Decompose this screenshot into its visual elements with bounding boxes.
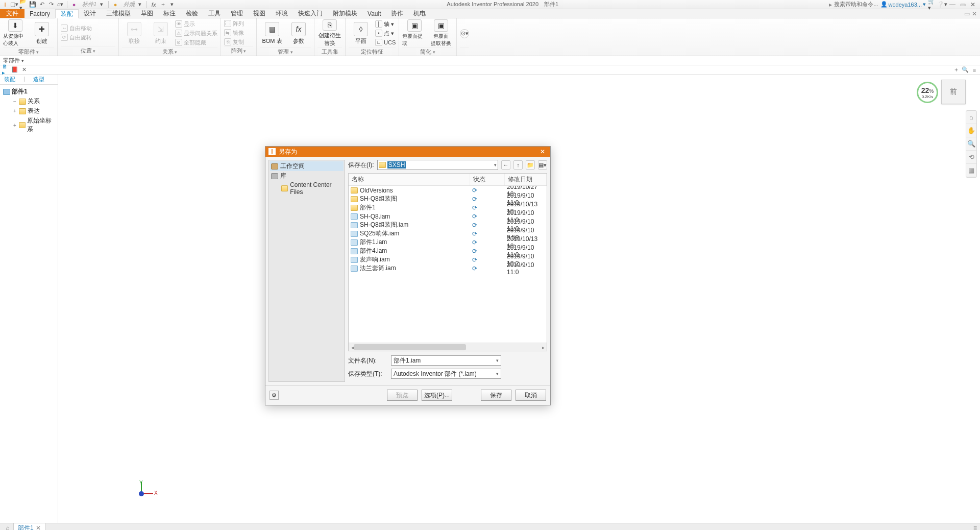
tab-8[interactable]: 管理 <box>226 9 248 18</box>
ribbon-settings-icon[interactable]: ⊙▾ <box>460 29 469 38</box>
save-button[interactable]: 保存 <box>481 390 511 401</box>
fx-icon[interactable]: fx <box>150 1 158 9</box>
panel-relations-title[interactable]: 关系 <box>162 49 178 55</box>
nav-zoom-icon[interactable]: 🔍 <box>966 137 976 151</box>
help-search[interactable]: 搜索帮助和命令... <box>834 1 878 8</box>
plus-icon[interactable]: ＋ <box>159 1 167 9</box>
new-folder-icon[interactable]: 📁 <box>526 160 535 170</box>
panel-manage-title[interactable]: 管理 <box>278 49 293 55</box>
nav-look-icon[interactable]: ▦ <box>966 164 976 177</box>
doc-home-icon[interactable]: ⌂ <box>2 524 13 531</box>
save-type-dropdown[interactable]: Autodesk Inventor 部件 (*.iam)▾ <box>391 369 501 379</box>
up-icon[interactable]: ↑ <box>513 160 523 170</box>
window-restore[interactable]: ▭ <box>959 1 967 8</box>
point-button[interactable]: •点 ▾ <box>375 29 396 37</box>
tree-node-origin[interactable]: +原始坐标系 <box>10 116 57 134</box>
browser-mode-icon[interactable]: 🗎▸ <box>2 66 9 74</box>
nav-orbit-icon[interactable]: ⟲ <box>966 151 976 164</box>
ucs-button[interactable]: ∟UCS <box>375 38 396 46</box>
tab-2[interactable]: 设计 <box>79 9 101 18</box>
config-icon[interactable]: ⚙ <box>270 391 279 400</box>
place-library[interactable]: 库 <box>270 171 344 181</box>
qat-appearance-search[interactable]: 外观 <box>124 1 135 8</box>
tree-root[interactable]: 部件1 <box>1 87 57 97</box>
tab-14[interactable]: 协作 <box>386 9 408 18</box>
place-ccf[interactable]: Content Center Files <box>270 181 344 196</box>
doc-tab-close-icon[interactable]: ✕ <box>36 524 41 530</box>
place-workspace[interactable]: 工作空间 <box>270 161 344 171</box>
graphics-canvas[interactable]: 前 22% 0.2K/s ⌂ ✋ 🔍 ⟲ ▦ Y X I 另存为 ✕ <box>58 75 980 523</box>
dialog-titlebar[interactable]: I 另存为 ✕ <box>265 147 550 157</box>
tab-9[interactable]: 视图 <box>248 9 271 18</box>
material-drop-icon[interactable]: ▾ <box>97 1 106 9</box>
panel-pattern-title[interactable]: 阵列 <box>231 47 247 54</box>
file-name-input[interactable]: 部件1.iam▾ <box>391 355 501 366</box>
options-button[interactable]: 选项(P)... <box>422 390 452 401</box>
tree-node-relations[interactable]: −关系 <box>10 97 57 106</box>
axis-button[interactable]: │轴 ▾ <box>375 20 396 28</box>
window-minimize[interactable]: — <box>948 1 957 8</box>
shrinkwrap-subst-button[interactable]: ▣包覆面 提取替换 <box>429 19 453 47</box>
list-header[interactable]: 名称 状态 修改日期 <box>349 174 547 186</box>
tab-10[interactable]: 环境 <box>271 9 293 18</box>
browser-tab-model[interactable]: 造型 <box>29 75 48 84</box>
mdi-restore-icon[interactable]: ▭ <box>964 10 970 17</box>
panel-components-title[interactable]: 零部件 <box>18 49 39 55</box>
browser-menu-icon[interactable]: ≡ <box>971 66 978 74</box>
browser-tab-asm[interactable]: 装配 <box>0 75 19 84</box>
tab-7[interactable]: 工具 <box>203 9 226 18</box>
browser-add-icon[interactable]: ＋ <box>952 66 960 74</box>
panel-simplify-title[interactable]: 简化 <box>420 49 435 55</box>
expander-icon[interactable]: − <box>12 99 17 104</box>
list-item[interactable]: 法兰套筒.iam ⟳ 2019/9/10 11:0 <box>349 264 547 273</box>
tab-5[interactable]: 标注 <box>158 9 181 18</box>
appearance-drop-icon[interactable]: ▾ <box>136 1 144 9</box>
browser-search-icon[interactable]: 🔍 <box>962 66 969 74</box>
cart-icon[interactable]: 🛒▾ <box>928 1 936 9</box>
bom-button[interactable]: ▤BOM 表 <box>260 19 284 47</box>
tab-file[interactable]: 文件 <box>0 9 24 18</box>
qat-more-icon[interactable]: ▾ <box>168 1 176 9</box>
redo-icon[interactable]: ↷ <box>47 1 55 9</box>
params-button[interactable]: fx参数 <box>286 19 311 47</box>
tab-3[interactable]: 三维模型 <box>101 9 136 18</box>
col-status[interactable]: 状态 <box>470 174 505 185</box>
horizontal-scrollbar[interactable]: ◂▸ <box>349 343 547 351</box>
help-icon[interactable]: ❔▾ <box>938 1 946 9</box>
material-icon[interactable]: ● <box>70 1 78 9</box>
save-in-dropdown[interactable]: SXSH ▾ <box>377 160 498 170</box>
panel-position-title[interactable]: 位置 <box>81 47 96 54</box>
tab-6[interactable]: 检验 <box>181 9 203 18</box>
nav-pan-icon[interactable]: ✋ <box>966 124 976 137</box>
user-account[interactable]: 👤 wodeya163... ▾ <box>880 1 926 8</box>
col-name[interactable]: 名称 <box>349 174 470 185</box>
viewcube[interactable]: 前 <box>941 80 966 104</box>
tab-11[interactable]: 快速入门 <box>293 9 328 18</box>
back-icon[interactable]: ← <box>501 160 510 170</box>
tab-12[interactable]: 附加模块 <box>328 9 362 18</box>
derive-button[interactable]: ⎘创建衍生 替换 <box>317 19 342 47</box>
expander-icon[interactable]: + <box>12 108 17 114</box>
col-date[interactable]: 修改日期 <box>505 174 547 185</box>
app-icon[interactable]: I <box>1 1 9 9</box>
shrinkwrap-button[interactable]: ▣包覆面提取 <box>402 19 427 47</box>
plane-button[interactable]: ◊平面 <box>349 19 373 47</box>
window-close[interactable]: ✕ <box>969 1 977 8</box>
save-icon[interactable]: 💾 <box>29 1 37 9</box>
doc-tabs-menu-icon[interactable]: ≡ <box>973 524 980 531</box>
undo-icon[interactable]: ↶ <box>38 1 46 9</box>
nav-home-icon[interactable]: ⌂ <box>966 111 976 124</box>
appearance-icon[interactable]: ● <box>111 1 119 9</box>
qat-material-search[interactable]: 标件1 <box>82 1 96 8</box>
new-icon[interactable]: ▢▾ <box>10 1 18 9</box>
mdi-close-icon[interactable]: ✕ <box>972 10 977 17</box>
browser-close-icon[interactable]: ✕ <box>20 66 28 74</box>
view-mode-icon[interactable]: ▦▾ <box>538 160 547 170</box>
tab-15[interactable]: 机电 <box>408 9 431 18</box>
dialog-close-icon[interactable]: ✕ <box>538 148 547 156</box>
tab-4[interactable]: 草图 <box>136 9 158 18</box>
load-from-cc-button[interactable]: ⬇从资源中心装入 <box>3 19 28 47</box>
create-button[interactable]: ✚创建 <box>30 19 54 47</box>
tab-0[interactable]: Factory <box>24 9 55 18</box>
tab-13[interactable]: Vault <box>362 9 386 18</box>
